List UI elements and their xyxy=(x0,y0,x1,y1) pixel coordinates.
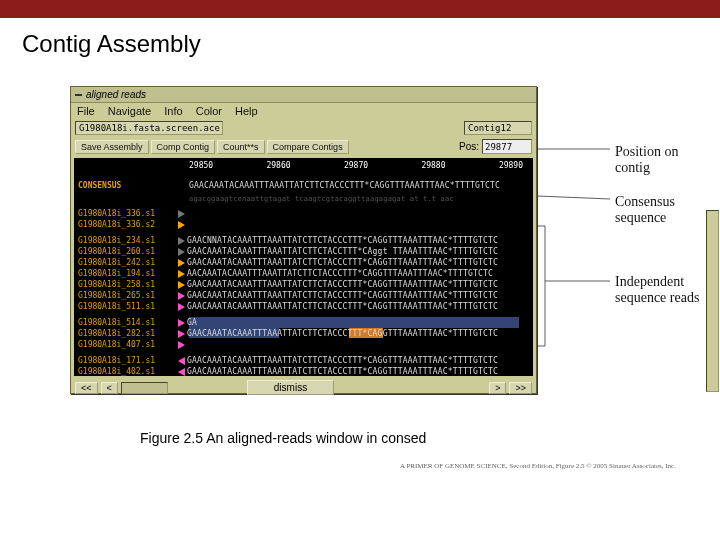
slide-title: Contig Assembly xyxy=(22,30,720,58)
read-direction-icon xyxy=(178,303,185,311)
read-label: G1980A18i_511.s1 xyxy=(78,301,178,312)
read-row[interactable]: G1980A18i_265.s1GAACAAATACAAATTTAAATTATC… xyxy=(74,290,533,301)
read-label: G1980A18i_282.s1 xyxy=(78,328,178,339)
window-menu-icon xyxy=(75,94,82,96)
annotation-reads: Independentsequence reads xyxy=(615,274,699,306)
read-label: G1980A18i_242.s1 xyxy=(78,257,178,268)
svg-line-1 xyxy=(537,196,610,199)
consed-aligned-reads-window: aligned reads File Navigate Info Color H… xyxy=(70,86,537,394)
read-sequence: GAACAAATACAAATTTAAATTATCTTCTACCCTTT*CAGG… xyxy=(187,328,498,339)
read-direction-icon xyxy=(178,210,185,218)
read-direction-icon xyxy=(178,368,185,376)
read-row[interactable]: G1980A18i_171.s1GAACAAATACAAATTTAAATTATC… xyxy=(74,355,533,366)
window-titlebar: aligned reads xyxy=(71,87,536,103)
read-label: G1980A18i_265.s1 xyxy=(78,290,178,301)
read-label: G1980A18i_402.s1 xyxy=(78,366,178,376)
read-label: G1980A18i_260.s1 xyxy=(78,246,178,257)
vertical-scrollbar[interactable] xyxy=(706,210,719,392)
read-row[interactable]: G1980A18i_194.s1AACAAATACAAATTTAAATTATCT… xyxy=(74,268,533,279)
read-sequence: GAACAAATACAAATTTAAATTATCTTCTACCTTT*CAggt… xyxy=(187,246,498,257)
read-direction-icon xyxy=(178,292,185,300)
pos-label: Pos: xyxy=(459,141,479,152)
contig-name: Contig12 xyxy=(464,121,532,135)
read-direction-icon xyxy=(178,357,185,365)
read-row[interactable]: G1980A18i_260.s1GAACAAATACAAATTTAAATTATC… xyxy=(74,246,533,257)
read-label: G1980A18i_171.s1 xyxy=(78,355,178,366)
figure-credit: A PRIMER OF GENOME SCIENCE, Second Editi… xyxy=(400,462,676,470)
read-direction-icon xyxy=(178,248,185,256)
window-title: aligned reads xyxy=(86,89,146,100)
read-row[interactable]: G1980A18i_282.s1GAACAAATACAAATTTAAATTATC… xyxy=(74,328,533,339)
nav-left-button[interactable]: < xyxy=(101,382,118,394)
read-label: G1980A18i_234.s1 xyxy=(78,235,178,246)
position-ruler: 2985029860298702988029890 xyxy=(189,160,523,171)
read-label: G1980A18i_336.s1 xyxy=(78,208,178,219)
sequence-view[interactable]: 2985029860298702988029890 CONSENSUS GAAC… xyxy=(74,158,533,376)
read-direction-icon xyxy=(178,341,185,349)
read-sequence: GAACAAATACAAATTTAAATTATCTTCTACCCTTT*CAGG… xyxy=(187,355,498,366)
menu-file[interactable]: File xyxy=(77,105,95,117)
read-row[interactable]: G1980A18i_242.s1GAACAAATACAAATTTAAATTATC… xyxy=(74,257,533,268)
compare-contigs-button[interactable]: Compare Contigs xyxy=(267,140,349,154)
consensus-label: CONSENSUS xyxy=(78,180,121,191)
read-sequence: GAACAAATACAAATTTAAATTATCTTCTACCCTTT*CAGG… xyxy=(187,257,498,268)
read-row[interactable]: G1980A18i_407.s1 xyxy=(74,339,533,350)
read-direction-icon xyxy=(178,319,185,327)
ace-file-name: G1980A18i.fasta.screen.ace xyxy=(75,121,223,135)
read-direction-icon xyxy=(178,259,185,267)
figure-caption: Figure 2.5 An aligned-reads window in co… xyxy=(140,430,426,446)
read-row[interactable]: G1980A18i_336.s2 xyxy=(74,219,533,230)
read-label: G1980A18i_336.s2 xyxy=(78,219,178,230)
read-sequence: GAACAAATACAAATTTAAATTATCTTCTACCCTTT*CAGG… xyxy=(187,366,498,376)
read-direction-icon xyxy=(178,221,185,229)
read-direction-icon xyxy=(178,281,185,289)
read-label: G1980A18i_514.s1 xyxy=(78,317,178,328)
read-sequence: GAACAAATACAAATTTAAATTATCTTCTACCCTTT*CAGG… xyxy=(187,279,498,290)
pos-input[interactable] xyxy=(482,139,532,154)
read-label: G1980A18i_258.s1 xyxy=(78,279,178,290)
read-row[interactable]: G1980A18i_402.s1GAACAAATACAAATTTAAATTATC… xyxy=(74,366,533,376)
menu-navigate[interactable]: Navigate xyxy=(108,105,151,117)
read-sequence: GA xyxy=(187,317,197,328)
read-direction-icon xyxy=(178,270,185,278)
read-row[interactable]: G1980A18i_511.s1GAACAAATACAAATTTAAATTATC… xyxy=(74,301,533,312)
nav-right-button[interactable]: > xyxy=(489,382,506,394)
read-row[interactable]: G1980A18i_514.s1GA xyxy=(74,317,533,328)
annotation-consensus: Consensussequence xyxy=(615,194,675,226)
nav-right-fast-button[interactable]: >> xyxy=(509,382,532,394)
read-sequence: AACAAATACAAATTTAAATTATCTTCTACCCTTT*CAGGT… xyxy=(187,268,493,279)
read-row[interactable]: G1980A18i_234.s1GAACNNATACAAATTTAAATTATC… xyxy=(74,235,533,246)
menu-color[interactable]: Color xyxy=(196,105,222,117)
menu-bar: File Navigate Info Color Help xyxy=(71,103,536,119)
read-sequence: GAACNNATACAAATTTAAATTATCTTCTACCCTTT*CAGG… xyxy=(187,235,498,246)
comp-contig-button[interactable]: Comp Contig xyxy=(151,140,216,154)
consensus-sequence: GAACAAATACAAATTTAAATTATCTTCTACCCTTT*CAGG… xyxy=(189,180,500,191)
menu-help[interactable]: Help xyxy=(235,105,258,117)
horizontal-scrollbar-track[interactable] xyxy=(121,382,168,394)
grey-band: agacggaagtcenaattgtagat tcaagtcgtacaggtt… xyxy=(189,194,454,205)
save-assembly-button[interactable]: Save Assembly xyxy=(75,140,149,154)
read-row[interactable]: G1980A18i_336.s1 xyxy=(74,208,533,219)
annotation-position: Position oncontig xyxy=(615,144,678,176)
count-stars-button[interactable]: Count**s xyxy=(217,140,265,154)
read-direction-icon xyxy=(178,237,185,245)
menu-info[interactable]: Info xyxy=(164,105,182,117)
read-label: G1980A18i_407.s1 xyxy=(78,339,178,350)
read-sequence: GAACAAATACAAATTTAAATTATCTTCTACCCTTT*CAGG… xyxy=(187,290,498,301)
nav-left-fast-button[interactable]: << xyxy=(75,382,98,394)
read-row[interactable]: G1980A18i_258.s1GAACAAATACAAATTTAAATTATC… xyxy=(74,279,533,290)
read-sequence: GAACAAATACAAATTTAAATTATCTTCTACCCTTT*CAGG… xyxy=(187,301,498,312)
dismiss-button[interactable]: dismiss xyxy=(247,380,334,395)
read-label: G1980A18i_194.s1 xyxy=(78,268,178,279)
read-direction-icon xyxy=(178,330,185,338)
